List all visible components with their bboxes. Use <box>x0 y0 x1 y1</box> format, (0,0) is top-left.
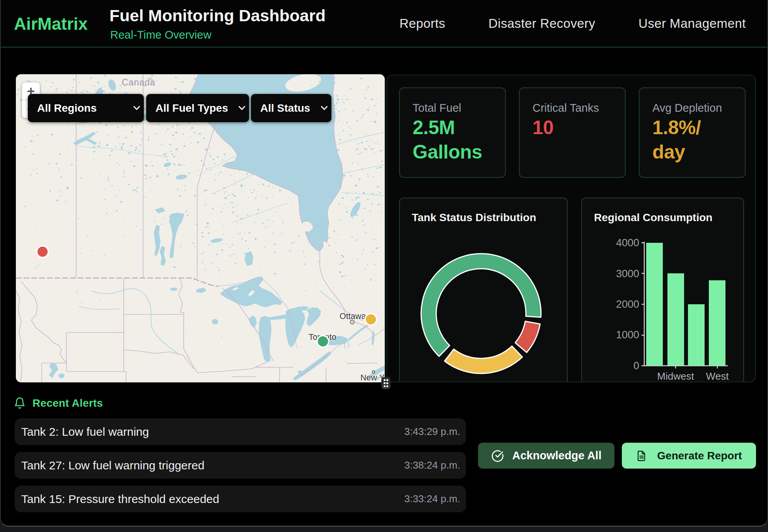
svg-text:1000: 1000 <box>616 329 639 341</box>
svg-text:Canada: Canada <box>122 77 155 87</box>
svg-text:3000: 3000 <box>616 268 639 280</box>
svg-text:West: West <box>706 370 729 382</box>
svg-text:2000: 2000 <box>616 298 639 310</box>
svg-text:Midwest: Midwest <box>657 370 694 382</box>
svg-text:4000: 4000 <box>616 237 639 249</box>
svg-text:0: 0 <box>633 360 639 372</box>
svg-text:Ottawa: Ottawa <box>340 312 366 321</box>
